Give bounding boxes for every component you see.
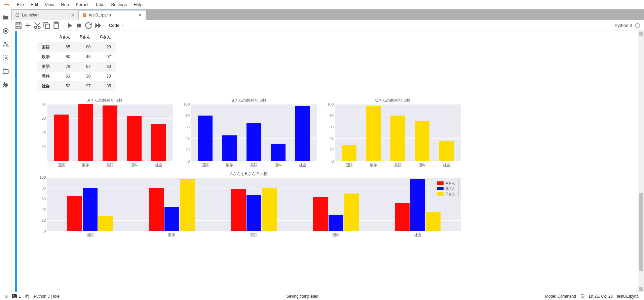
bar xyxy=(54,115,68,161)
extension-icon[interactable] xyxy=(2,81,9,88)
menu-help[interactable]: Help xyxy=(130,0,146,9)
cell-type-dropdown[interactable]: Code xyxy=(107,22,126,29)
menu-edit[interactable]: Edit xyxy=(27,0,41,9)
terminals-count: 1 xyxy=(19,294,21,299)
kernel-status[interactable]: Python 3 | Idle xyxy=(32,294,62,299)
running-icon[interactable] xyxy=(2,28,9,34)
y-tick: 60 xyxy=(38,116,46,120)
cell-value: 30 xyxy=(75,72,96,81)
cell-type-select[interactable]: Code xyxy=(107,22,126,29)
menu-settings[interactable]: Settings xyxy=(108,0,130,9)
mode-status[interactable]: Mode: Command xyxy=(543,294,578,299)
row-header: 英語 xyxy=(37,62,54,72)
col-header: Bさん xyxy=(75,32,96,42)
cell-value: 65 xyxy=(54,42,75,52)
cell-value: 97 xyxy=(75,81,96,91)
x-tick: 社会 xyxy=(291,163,315,168)
y-tick: 20 xyxy=(326,148,334,152)
bar xyxy=(149,188,164,231)
cell-value: 63 xyxy=(54,72,75,81)
tab-launcher[interactable]: Launcher xyxy=(11,10,79,20)
bar xyxy=(344,194,359,231)
y-tick: 80 xyxy=(182,114,190,118)
bar xyxy=(313,197,328,231)
chart-title: Cさんの教科別点数 xyxy=(325,98,461,103)
svg-point-3 xyxy=(6,45,8,46)
run-all-button[interactable] xyxy=(93,21,102,30)
shield-icon xyxy=(580,294,585,299)
x-tick: 理科 xyxy=(266,163,290,168)
trust-icon[interactable] xyxy=(578,294,587,299)
tab-label: Launcher xyxy=(22,13,39,17)
y-tick: 0 xyxy=(182,159,190,163)
menu-tabs[interactable]: Tabs xyxy=(92,0,108,9)
plot-area: 020406080100 xyxy=(335,104,461,161)
bar xyxy=(151,124,166,161)
x-tick: 英語 xyxy=(242,163,266,168)
kernel-status-icon[interactable] xyxy=(635,23,640,28)
cell-value: 28 xyxy=(95,42,116,52)
bar xyxy=(67,196,82,231)
bar xyxy=(164,207,179,231)
menubar: FileEditViewRunKernelTabsSettingsHelp xyxy=(0,0,644,9)
y-tick: 40 xyxy=(326,136,334,140)
y-tick: 80 xyxy=(38,102,46,106)
run-button[interactable] xyxy=(65,21,74,30)
jupyter-icon xyxy=(3,1,10,8)
stop-button[interactable] xyxy=(75,21,83,30)
svg-point-17 xyxy=(27,295,28,297)
svg-rect-7 xyxy=(84,14,86,14)
menu-kernel[interactable]: Kernel xyxy=(72,0,92,9)
y-tick: 40 xyxy=(38,208,46,212)
filename-status[interactable]: test01.ipynb xyxy=(615,294,641,299)
tab-icon[interactable] xyxy=(2,68,9,75)
y-tick: 60 xyxy=(326,125,334,129)
x-tick: 社会 xyxy=(147,163,171,168)
table-row: 理科633070 xyxy=(37,72,116,81)
folder-icon[interactable] xyxy=(2,14,9,21)
restart-button[interactable] xyxy=(84,21,93,30)
status-left-count[interactable]: 0 xyxy=(3,294,10,299)
kernel-name[interactable]: Python 3 xyxy=(615,23,632,28)
terminals-status[interactable]: $_ 1 xyxy=(10,294,23,299)
bar xyxy=(390,116,405,161)
plot-area: 020406080100AさんBさんCさん xyxy=(47,177,461,231)
y-tick: 100 xyxy=(38,175,46,179)
col-header: Cさん xyxy=(95,32,116,42)
y-tick: 0 xyxy=(38,229,46,233)
status-center: Saving completed xyxy=(62,294,543,299)
cell-value: 35 xyxy=(95,81,116,91)
menu-file[interactable]: File xyxy=(13,0,27,9)
menu-run[interactable]: Run xyxy=(58,0,72,9)
kernel-settings-icon[interactable] xyxy=(23,294,32,299)
menu-view[interactable]: View xyxy=(41,0,58,9)
notebook-icon xyxy=(82,13,87,17)
gear-icon[interactable] xyxy=(2,54,9,61)
vertical-scrollbar[interactable] xyxy=(638,31,644,292)
cursor-position[interactable]: Ln 25, Col 23 xyxy=(587,294,615,299)
close-icon[interactable] xyxy=(70,13,75,17)
chart: Cさんの教科別点数020406080100国語数学英語理科社会 xyxy=(325,98,461,168)
save-button[interactable] xyxy=(14,21,23,30)
lifebuoy-icon xyxy=(25,294,30,299)
row-header: 社会 xyxy=(37,81,54,91)
copy-button[interactable] xyxy=(42,21,51,30)
status-bar: 0 $_ 1 Python 3 | Idle Saving completed … xyxy=(0,292,644,300)
add-cell-button[interactable] xyxy=(24,21,32,30)
tab-test01-ipynb[interactable]: test01.ipynb xyxy=(79,10,146,20)
y-tick: 40 xyxy=(38,131,46,135)
cut-button[interactable] xyxy=(33,21,42,30)
tab-label: test01.ipynb xyxy=(89,13,111,17)
paste-button[interactable] xyxy=(52,21,61,30)
y-tick: 20 xyxy=(182,148,190,152)
bar xyxy=(271,144,286,161)
bar xyxy=(439,141,454,161)
close-icon[interactable] xyxy=(138,13,142,17)
x-tick: 理科 xyxy=(410,163,434,168)
user-search-icon[interactable] xyxy=(2,41,9,48)
tabstrip: Launchertest01.ipynb xyxy=(11,9,644,20)
y-tick: 60 xyxy=(182,125,190,129)
bar xyxy=(247,195,261,231)
x-tick: 英語 xyxy=(98,163,122,168)
activity-bar xyxy=(0,9,11,292)
